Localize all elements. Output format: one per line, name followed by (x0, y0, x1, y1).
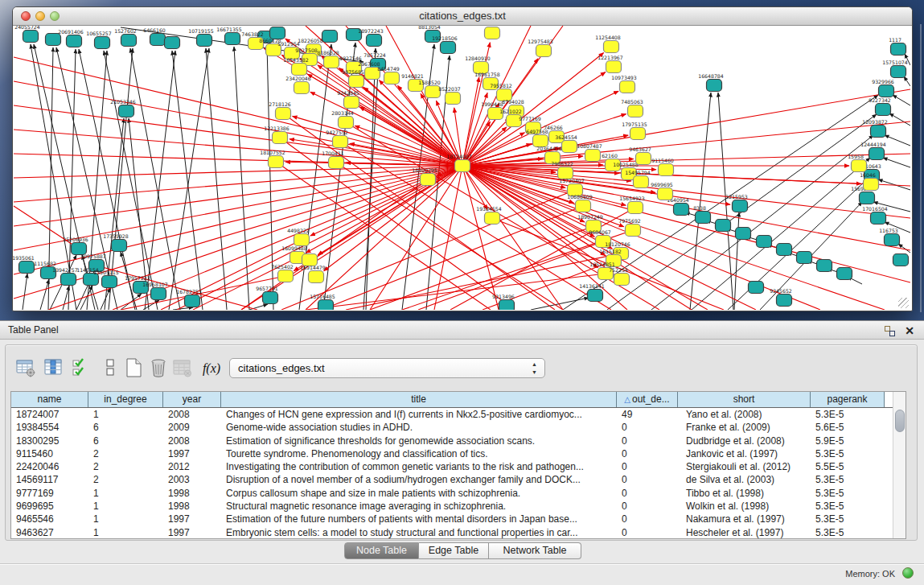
column-header-out_de[interactable]: △out_de... (617, 392, 678, 407)
network-node[interactable] (860, 192, 875, 204)
table-row[interactable]: 946362711997Embryonic stem cells: a mode… (11, 526, 906, 539)
network-node[interactable] (276, 108, 291, 120)
network-node[interactable] (95, 37, 110, 49)
network-node[interactable] (309, 271, 324, 283)
table-row[interactable]: 1938455462009Genome-wide association stu… (11, 421, 906, 434)
network-node[interactable] (562, 141, 577, 153)
scrollbar-thumb[interactable] (895, 410, 905, 432)
column-header-pagerank[interactable]: pagerank (811, 392, 885, 407)
network-node[interactable] (606, 61, 622, 73)
table-scrollbar[interactable] (893, 392, 906, 538)
column-header-in_degree[interactable]: in_degree (88, 392, 163, 407)
network-node[interactable] (269, 156, 284, 168)
network-node[interactable] (384, 72, 400, 84)
network-node[interactable] (891, 66, 906, 78)
network-node[interactable] (871, 126, 886, 138)
network-node[interactable] (421, 174, 436, 186)
network-node[interactable] (674, 204, 689, 216)
network-node[interactable] (119, 105, 134, 117)
network-node[interactable] (869, 148, 885, 160)
network-node[interactable] (499, 300, 515, 311)
network-node[interactable] (294, 234, 310, 246)
column-header-name[interactable]: name (11, 392, 88, 407)
network-node[interactable] (707, 80, 722, 92)
network-node[interactable] (46, 34, 61, 46)
network-node[interactable] (441, 42, 456, 54)
network-node[interactable] (225, 33, 240, 45)
network-node[interactable] (292, 64, 307, 76)
network-node[interactable] (837, 268, 852, 280)
network-node[interactable] (658, 188, 673, 200)
zoom-window-button[interactable] (50, 11, 60, 21)
window-resize-grip[interactable] (898, 298, 909, 308)
tab-network-table[interactable]: Network Table (489, 542, 581, 559)
tab-edge-table[interactable]: Edge Table (419, 542, 489, 559)
network-node[interactable] (318, 300, 334, 311)
network-node[interactable] (294, 82, 310, 94)
network-node[interactable] (263, 292, 278, 304)
column-header-year[interactable]: year (163, 392, 221, 407)
network-node[interactable] (150, 34, 166, 46)
window-titlebar[interactable]: citations_edges.txt (13, 7, 912, 26)
network-node[interactable] (879, 85, 894, 97)
network-node[interactable] (620, 81, 635, 93)
new-table-icon[interactable] (122, 357, 145, 380)
table-row[interactable]: 911546021997Tourette syndrome. Phenomeno… (11, 447, 906, 460)
table-row[interactable]: 946554611997Estimation of the future num… (11, 513, 906, 525)
network-node[interactable] (736, 228, 751, 240)
close-panel-icon[interactable]: ✕ (905, 323, 914, 339)
network-node[interactable] (536, 45, 552, 57)
network-node[interactable] (777, 295, 792, 307)
memory-status-indicator[interactable] (902, 567, 914, 579)
network-node[interactable] (588, 290, 603, 302)
table-row[interactable]: 2242004622012Investigating the contribut… (11, 460, 906, 473)
network-node[interactable] (165, 37, 180, 49)
network-node[interactable] (614, 274, 630, 286)
network-node[interactable] (485, 27, 500, 39)
network-node[interactable] (576, 200, 591, 212)
network-node[interactable] (891, 43, 906, 56)
network-node[interactable] (634, 176, 649, 188)
network-node[interactable] (852, 160, 867, 172)
network-node[interactable] (864, 179, 879, 191)
table-row[interactable]: 969969511998Structural magnetic resonanc… (11, 500, 906, 513)
float-panel-icon[interactable] (885, 326, 895, 336)
network-node[interactable] (885, 234, 900, 246)
table-row[interactable]: 1456911722003Disruption of a novel membe… (11, 473, 906, 486)
column-chooser-icon[interactable] (43, 357, 65, 380)
network-node[interactable] (696, 212, 711, 224)
network-node[interactable] (876, 104, 891, 116)
table-settings-icon[interactable] (14, 357, 37, 380)
network-node[interactable] (23, 31, 39, 43)
network-node[interactable] (102, 276, 117, 288)
network-node[interactable] (585, 150, 601, 162)
network-node[interactable] (322, 31, 338, 43)
network-node[interactable] (446, 93, 461, 105)
minimize-window-button[interactable] (35, 11, 45, 21)
network-node[interactable] (777, 244, 792, 256)
network-node[interactable] (893, 254, 909, 266)
network-node[interactable] (628, 202, 643, 214)
network-node[interactable] (273, 132, 288, 144)
network-node[interactable] (112, 240, 127, 252)
network-node[interactable] (636, 153, 651, 165)
network-node[interactable] (757, 236, 772, 248)
function-builder-icon[interactable]: f(x) (200, 357, 223, 380)
network-node[interactable] (61, 274, 76, 286)
network-node[interactable] (333, 136, 348, 148)
network-node[interactable] (628, 105, 643, 117)
network-node[interactable] (185, 295, 200, 307)
tab-node-table[interactable]: Node Table (344, 542, 419, 559)
network-node[interactable] (151, 288, 166, 300)
row-height-icon[interactable] (99, 357, 121, 380)
network-canvas[interactable]: 1872400724055724206914061065525715276026… (13, 26, 910, 310)
network-node[interactable] (344, 97, 359, 109)
column-header-short[interactable]: short (678, 392, 811, 407)
network-node[interactable] (278, 270, 294, 282)
network-node[interactable] (716, 220, 731, 232)
column-header-title[interactable]: title (221, 392, 617, 407)
network-node[interactable] (19, 262, 35, 274)
close-window-button[interactable] (21, 11, 31, 21)
network-node[interactable] (67, 35, 82, 47)
network-node[interactable] (733, 200, 748, 212)
